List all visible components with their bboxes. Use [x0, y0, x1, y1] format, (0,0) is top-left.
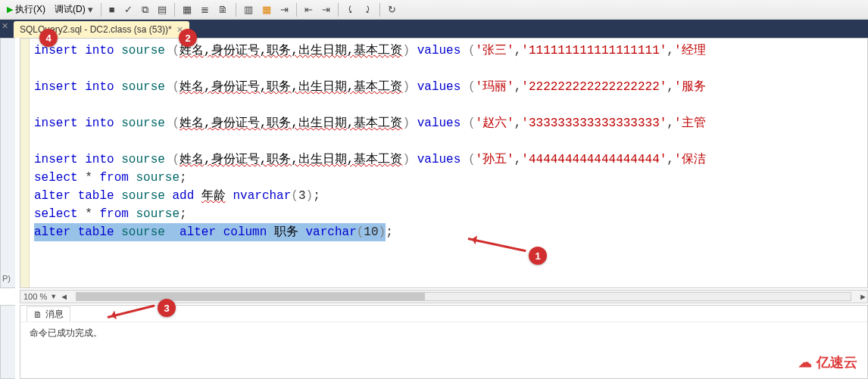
- plan-icon: ▤: [158, 4, 167, 15]
- outdent-icon: ⇤: [304, 4, 313, 15]
- outdent-button[interactable]: ⇤: [301, 2, 317, 17]
- parse-icon: ⧉: [142, 4, 148, 16]
- watermark-text: 亿速云: [816, 353, 857, 371]
- code-line: alter table sourse add 年龄 nvarchar(3);: [34, 187, 863, 205]
- chevron-down-icon: ▾: [88, 4, 93, 15]
- dedent-icon: ⤹: [346, 4, 354, 15]
- comment-icon: ▥: [244, 4, 253, 15]
- extra-icon: ↻: [388, 4, 396, 15]
- horizontal-scrollbar[interactable]: [76, 292, 851, 301]
- execute-label: 执行(X): [15, 3, 45, 16]
- code-line: select * from sourse;: [34, 205, 863, 223]
- indent-icon: ⇥: [280, 4, 289, 15]
- annotation-badge-2: 2: [179, 29, 197, 47]
- editor-gutter: [20, 39, 30, 287]
- dedent-button[interactable]: ⤹: [342, 2, 358, 17]
- uncomment-icon: ▦: [262, 4, 271, 15]
- messages-icon: 🗎: [33, 309, 42, 320]
- results-text-button[interactable]: ≣: [197, 2, 213, 17]
- stop-icon: ■: [109, 4, 115, 15]
- plan-button[interactable]: ▤: [154, 2, 170, 17]
- zoom-row: 100 % ▼ ◄ ►: [20, 290, 868, 303]
- toolbar: ▶ 执行(X) 调试(D) ▾ ■ ✓ ⧉ ▤ ▦ ≣ 🗎 ▥ ▦ ⇥ ⇤ ⇥ …: [0, 0, 868, 20]
- file-icon: 🗎: [218, 4, 228, 15]
- uncomment-button[interactable]: ▦: [258, 2, 275, 17]
- play-icon: ▶: [7, 5, 13, 14]
- check-button[interactable]: ✓: [120, 2, 136, 17]
- annotation-badge-4: 4: [39, 29, 58, 47]
- cloud-icon: ☁: [798, 354, 812, 371]
- separator: [338, 3, 339, 17]
- left-rail: P): [0, 38, 15, 288]
- close-panel-x[interactable]: ✕: [2, 21, 8, 31]
- debug-label: 调试(D): [55, 3, 86, 16]
- left-rail-label: P): [2, 274, 11, 283]
- grid-icon: ▦: [183, 4, 192, 15]
- parse-button[interactable]: ⧉: [138, 2, 152, 17]
- scrollbar-thumb[interactable]: [76, 293, 425, 300]
- results-grid-button[interactable]: ▦: [179, 2, 195, 17]
- separator: [236, 3, 236, 17]
- document-tabs: SQLQuery2.sql - DC2.class (sa (53))* ✕: [0, 20, 868, 38]
- stop-button[interactable]: ■: [105, 2, 119, 17]
- dedent2-button[interactable]: ⤸: [360, 2, 376, 17]
- code-line-selected: alter table sourse alter column 职务 varch…: [34, 223, 863, 241]
- message-line: 命令已成功完成。: [30, 327, 858, 340]
- separator: [101, 3, 101, 17]
- comment-button[interactable]: ▥: [240, 2, 257, 17]
- code-line: insert into sourse (姓名,身份证号,职务,出生日期,基本工资…: [34, 151, 863, 169]
- code-editor[interactable]: insert into sourse (姓名,身份证号,职务,出生日期,基本工资…: [20, 38, 868, 288]
- code-line: insert into sourse (姓名,身份证号,职务,出生日期,基本工资…: [34, 114, 863, 132]
- debug-button[interactable]: 调试(D) ▾: [51, 2, 97, 17]
- execute-button[interactable]: ▶ 执行(X): [3, 2, 49, 17]
- watermark: ☁ 亿速云: [798, 353, 857, 371]
- results-file-button[interactable]: 🗎: [214, 2, 232, 17]
- chevron-down-icon[interactable]: ▼: [50, 293, 57, 300]
- separator: [296, 3, 297, 17]
- code-line: select * from sourse;: [34, 169, 863, 187]
- scroll-right-icon[interactable]: ►: [859, 292, 867, 301]
- annotation-badge-3: 3: [158, 299, 176, 317]
- tab-messages[interactable]: 🗎 消息: [27, 306, 70, 322]
- code-area[interactable]: insert into sourse (姓名,身份证号,职务,出生日期,基本工资…: [30, 39, 867, 287]
- indent-button[interactable]: ⇥: [276, 2, 292, 17]
- text-icon: ≣: [201, 4, 209, 15]
- indent2-button[interactable]: ⇥: [318, 2, 334, 17]
- indent2-icon: ⇥: [322, 4, 330, 15]
- annotation-badge-1: 1: [529, 247, 547, 265]
- dedent2-icon: ⤸: [364, 4, 372, 15]
- messages-panel: 🗎 消息 命令已成功完成。: [20, 305, 868, 379]
- code-line: insert into sourse (姓名,身份证号,职务,出生日期,基本工资…: [34, 78, 863, 96]
- separator: [379, 3, 380, 17]
- separator: [174, 3, 175, 17]
- messages-left-rail: [0, 305, 15, 379]
- zoom-value[interactable]: 100 %: [23, 292, 47, 301]
- extra-button[interactable]: ↻: [384, 2, 400, 17]
- scroll-left-icon[interactable]: ◄: [60, 292, 68, 301]
- check-icon: ✓: [124, 4, 133, 15]
- messages-tab-label: 消息: [45, 308, 64, 321]
- messages-body: 命令已成功完成。: [20, 322, 867, 344]
- code-line: insert into sourse (姓名,身份证号,职务,出生日期,基本工资…: [34, 42, 863, 60]
